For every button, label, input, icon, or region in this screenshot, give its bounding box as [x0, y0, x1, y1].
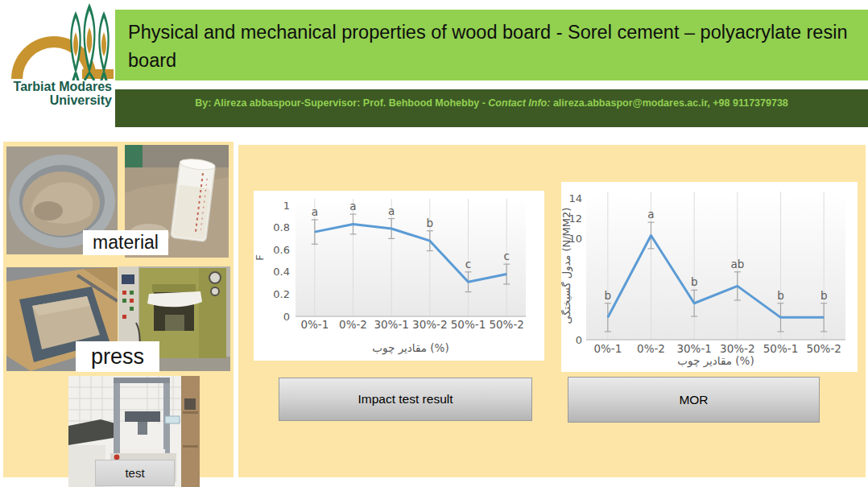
university-name: Tarbiat Modares University [3, 80, 112, 107]
svg-text:0: 0 [576, 334, 582, 346]
svg-text:ab: ab [730, 258, 744, 270]
svg-text:50%-1: 50%-1 [451, 318, 486, 331]
contact-info-label: Contact Info: [488, 97, 550, 109]
svg-text:50%-2: 50%-2 [806, 342, 841, 355]
svg-text:b: b [605, 289, 612, 302]
svg-text:0%-1: 0%-1 [300, 318, 329, 331]
svg-text:c: c [503, 250, 509, 262]
university-name-line1: Tarbiat Modares [3, 80, 112, 93]
caption-test: test [95, 460, 175, 486]
svg-text:0: 0 [283, 311, 290, 323]
poster-title: Physical and mechanical properties of wo… [115, 10, 868, 80]
svg-text:c: c [465, 258, 471, 270]
svg-text:30%-2: 30%-2 [412, 318, 447, 331]
caption-material: material [83, 230, 168, 255]
byline-bar: By: Alireza abbaspour-Supervisor: Prof. … [115, 89, 868, 127]
svg-text:1: 1 [283, 200, 290, 212]
svg-text:14: 14 [568, 192, 582, 204]
impact-chart: 00.20.40.60.81a0%-1a0%-2a30%-1b30%-2c50%… [254, 191, 544, 361]
svg-text:0%-2: 0%-2 [637, 342, 665, 355]
svg-text:b: b [691, 275, 698, 288]
mor-chart: 0101214b0%-1a0%-2b30%-1ab30%-2b50%-1b50%… [561, 182, 858, 372]
svg-text:b: b [427, 217, 434, 229]
svg-text:0.4: 0.4 [273, 266, 290, 278]
svg-text:a: a [647, 208, 654, 221]
svg-text:0.2: 0.2 [273, 288, 290, 300]
impact-test-result-button[interactable]: Impact test result [279, 378, 532, 421]
svg-text:30%-1: 30%-1 [676, 342, 711, 355]
svg-text:b: b [820, 289, 828, 302]
svg-text:0.8: 0.8 [273, 221, 290, 233]
university-name-line2: University [3, 93, 112, 107]
svg-text:0%-2: 0%-2 [339, 318, 367, 331]
svg-text:0%-1: 0%-1 [593, 342, 622, 355]
svg-text:0.6: 0.6 [273, 244, 290, 256]
svg-text:30%-2: 30%-2 [720, 342, 754, 355]
svg-text:مدول گسیختگی (N/MM2): مدول گسیختگی (N/MM2) [561, 208, 573, 324]
svg-text:50%-2: 50%-2 [489, 318, 523, 331]
caption-press: press [76, 341, 159, 372]
cypress-trees [70, 3, 110, 80]
mor-button[interactable]: MOR [568, 377, 820, 423]
svg-text:50%-1: 50%-1 [763, 342, 798, 355]
university-logo [6, 2, 114, 80]
svg-text:a: a [388, 204, 395, 217]
poster-slide: Tarbiat Modares University Physical and … [0, 0, 868, 487]
contact-info-value: alireza.abbaspor@modares.ac.ir, +98 9117… [550, 97, 787, 109]
svg-text:مقادیر چوب (%): مقادیر چوب (%) [677, 354, 754, 368]
svg-text:مقادیر چوب (%): مقادیر چوب (%) [372, 341, 448, 355]
svg-text:b: b [777, 289, 784, 302]
byline-authors: By: Alireza abbaspour-Supervisor: Prof. … [195, 97, 488, 109]
svg-text:F: F [254, 254, 266, 260]
svg-text:30%-1: 30%-1 [374, 318, 408, 331]
svg-text:a: a [349, 200, 356, 213]
svg-text:a: a [312, 205, 318, 218]
